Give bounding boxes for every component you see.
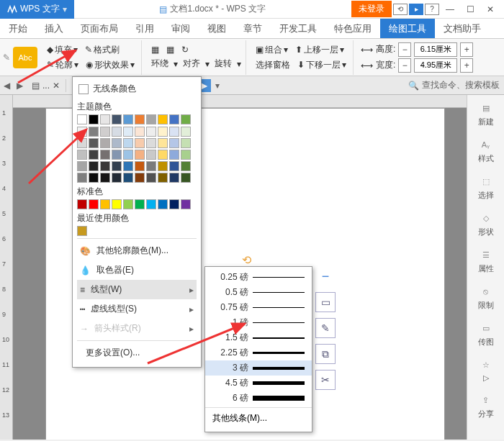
tab-draw[interactable]: 绘图工具 xyxy=(380,19,435,38)
tab-review[interactable]: 审阅 xyxy=(163,19,199,38)
color-swatch[interactable] xyxy=(169,127,179,137)
more-settings[interactable]: 更多设置(O)... xyxy=(77,343,197,363)
tab-ref[interactable]: 引用 xyxy=(127,19,163,38)
color-swatch[interactable] xyxy=(112,114,122,124)
tab-insert[interactable]: 插入 xyxy=(36,19,72,38)
color-swatch[interactable] xyxy=(112,199,122,209)
width-minus[interactable]: − xyxy=(398,58,411,73)
color-swatch[interactable] xyxy=(169,199,179,209)
color-swatch[interactable] xyxy=(89,150,99,160)
doc-tab-1[interactable]: ▤ ... ✕ xyxy=(26,79,66,92)
align-label[interactable]: 对齐 xyxy=(181,57,202,71)
color-swatch[interactable] xyxy=(112,173,122,183)
tab-dochelper[interactable]: 文档助手 xyxy=(435,19,490,38)
color-swatch[interactable] xyxy=(77,127,87,137)
chart-tool-icon[interactable]: ▭ xyxy=(315,292,336,312)
style-tool-icon[interactable]: ✎ xyxy=(315,318,336,338)
tab-list[interactable]: ▾ xyxy=(211,79,224,92)
maximize-button[interactable]: ☐ xyxy=(461,1,480,17)
help-icon[interactable]: ? xyxy=(425,4,439,15)
color-swatch[interactable] xyxy=(89,114,99,124)
tab-special[interactable]: 特色应用 xyxy=(325,19,380,38)
line-weight[interactable]: ≡线型(W)▸ xyxy=(77,280,197,299)
eyedropper[interactable]: 💧取色器(E) xyxy=(77,260,197,280)
width-plus[interactable]: + xyxy=(460,58,473,73)
down-layer[interactable]: ⬇ 下移一层 ▾ xyxy=(295,58,348,72)
color-swatch[interactable] xyxy=(89,161,99,171)
color-swatch[interactable] xyxy=(158,138,168,148)
color-swatch[interactable] xyxy=(112,150,122,160)
color-swatch[interactable] xyxy=(77,150,87,160)
right-panel-item[interactable]: ☰属性 xyxy=(478,247,494,274)
color-swatch[interactable] xyxy=(112,138,122,148)
rotate-label[interactable]: 旋转 xyxy=(212,57,234,71)
color-swatch[interactable] xyxy=(100,150,110,160)
collapse-icon[interactable]: − xyxy=(315,266,336,286)
color-swatch[interactable] xyxy=(89,127,99,137)
line-weight-option[interactable]: 1 磅 xyxy=(205,315,312,330)
color-swatch[interactable] xyxy=(123,114,133,124)
color-swatch[interactable] xyxy=(146,199,156,209)
color-swatch[interactable] xyxy=(100,199,110,209)
sync-icon[interactable]: ⟲ xyxy=(393,4,408,15)
color-swatch[interactable] xyxy=(123,173,133,183)
minimize-button[interactable]: — xyxy=(441,1,459,17)
color-swatch[interactable] xyxy=(169,138,179,148)
search-placeholder[interactable]: 查找命令、搜索模板 xyxy=(422,79,500,91)
dash-style[interactable]: ┅虚线线型(S)▸ xyxy=(77,299,197,319)
color-swatch[interactable] xyxy=(181,127,191,137)
color-swatch[interactable] xyxy=(181,114,191,124)
rotate-handle-icon[interactable]: ⟲ xyxy=(242,253,251,267)
color-swatch[interactable] xyxy=(158,150,168,160)
color-swatch[interactable] xyxy=(135,161,145,171)
color-swatch[interactable] xyxy=(77,173,87,183)
color-swatch[interactable] xyxy=(123,127,133,137)
line-weight-option[interactable]: 0.5 磅 xyxy=(205,285,312,300)
color-swatch[interactable] xyxy=(100,161,110,171)
more-colors[interactable]: 🎨其他轮廓颜色(M)... xyxy=(77,241,197,260)
color-swatch[interactable] xyxy=(77,138,87,148)
right-panel-item[interactable]: Aᵧ样式 xyxy=(478,137,494,164)
login-badge[interactable]: 未登录 xyxy=(351,1,392,17)
fill-button[interactable]: ◆ 填充 ▾ xyxy=(45,43,80,57)
shape-effect[interactable]: ◉ 形状效果 ▾ xyxy=(84,58,137,72)
color-swatch[interactable] xyxy=(100,173,110,183)
right-panel-item[interactable]: ⇪分享 xyxy=(478,393,494,419)
right-panel-item[interactable]: ⬚选择 xyxy=(478,174,494,201)
up-layer[interactable]: ⬆ 上移一层 ▾ xyxy=(293,43,346,57)
tab-start[interactable]: 开始 xyxy=(0,19,36,38)
color-swatch[interactable] xyxy=(169,161,179,171)
color-swatch[interactable] xyxy=(100,138,110,148)
color-swatch[interactable] xyxy=(181,138,191,148)
line-weight-option[interactable]: 3 磅 xyxy=(205,360,312,376)
line-weight-option[interactable]: 6 磅 xyxy=(205,391,312,406)
width-input[interactable] xyxy=(414,58,457,73)
tab-view[interactable]: 视图 xyxy=(199,19,235,38)
wrap-button[interactable]: ▦ xyxy=(149,44,161,55)
right-panel-item[interactable]: ▭传图 xyxy=(478,321,494,347)
color-swatch[interactable] xyxy=(89,173,99,183)
close-button[interactable]: ✕ xyxy=(481,1,500,17)
line-weight-option[interactable]: 1.5 磅 xyxy=(205,330,312,345)
color-swatch[interactable] xyxy=(158,114,168,124)
color-swatch[interactable] xyxy=(77,226,87,236)
color-swatch[interactable] xyxy=(146,161,156,171)
color-swatch[interactable] xyxy=(89,199,99,209)
tab-layout[interactable]: 页面布局 xyxy=(72,19,127,38)
right-panel-item[interactable]: ▤新建 xyxy=(478,101,494,127)
line-weight-option[interactable]: 0.25 磅 xyxy=(205,270,312,285)
color-swatch[interactable] xyxy=(181,173,191,183)
color-swatch[interactable] xyxy=(181,199,191,209)
color-swatch[interactable] xyxy=(169,173,179,183)
color-swatch[interactable] xyxy=(135,114,145,124)
color-swatch[interactable] xyxy=(181,161,191,171)
align-button[interactable]: ▦ xyxy=(164,44,176,55)
color-swatch[interactable] xyxy=(135,127,145,137)
search-icon[interactable]: 🔍 xyxy=(408,81,419,91)
color-swatch[interactable] xyxy=(181,150,191,160)
right-panel-item[interactable]: ◇形状 xyxy=(478,211,494,237)
rotate-button[interactable]: ↻ xyxy=(179,44,191,55)
shape-style-preview[interactable]: Abc xyxy=(13,47,37,68)
color-swatch[interactable] xyxy=(123,150,133,160)
color-swatch[interactable] xyxy=(123,161,133,171)
